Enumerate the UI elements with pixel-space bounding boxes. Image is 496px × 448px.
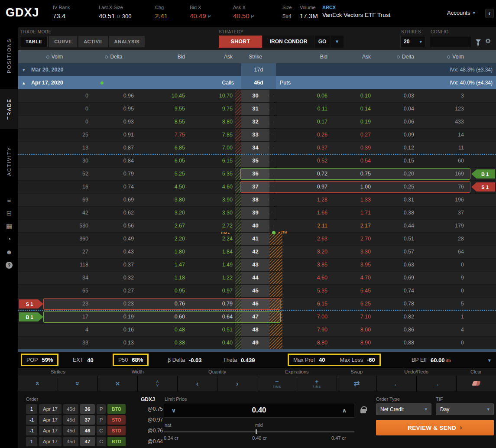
- collapse-stats-button[interactable]: ▾: [488, 352, 491, 368]
- call-bid[interactable]: 1.18: [136, 272, 188, 284]
- put-ask[interactable]: 1.00: [330, 181, 373, 193]
- strategy-select[interactable]: IRON CONDOR: [263, 36, 314, 48]
- column-header-put-delta[interactable]: Delta: [373, 50, 417, 63]
- call-ask[interactable]: 1.22: [188, 272, 235, 284]
- column-header-call-volume[interactable]: Volm: [18, 50, 91, 63]
- put-bid[interactable]: 0.37: [282, 142, 330, 154]
- put-bid[interactable]: 1.28: [282, 194, 330, 206]
- put-ask[interactable]: 0.19: [330, 116, 373, 128]
- option-chain-row[interactable]: 69 0.69 3.80 3.90 38 1.28 1.33 -0.31 196…: [18, 193, 496, 206]
- put-bid[interactable]: 0.97: [282, 181, 330, 193]
- price-increase-button[interactable]: ∧: [335, 407, 354, 414]
- put-ask[interactable]: 0.75: [330, 168, 373, 180]
- column-header-put-volume[interactable]: Volm: [417, 50, 467, 63]
- quantity-decrease-button[interactable]: ‹: [178, 376, 217, 391]
- call-bid[interactable]: 7.75: [136, 129, 188, 141]
- leg-quantity[interactable]: 1: [26, 437, 37, 446]
- strike-label[interactable]: 30: [241, 90, 269, 102]
- price-decrease-button[interactable]: ∨: [164, 407, 183, 414]
- sidebar-tab-positions[interactable]: POSITIONS: [0, 30, 18, 81]
- call-ask[interactable]: 2.72: [188, 220, 235, 232]
- call-bid[interactable]: 0.60: [136, 311, 188, 323]
- follow-traders-icon[interactable]: ☻: [5, 249, 13, 255]
- put-bid[interactable]: 3.85: [282, 259, 330, 271]
- put-bid[interactable]: 4.60: [282, 272, 330, 284]
- leg-action[interactable]: BTO: [107, 404, 126, 414]
- put-bid[interactable]: 7.00: [282, 311, 330, 323]
- put-bid[interactable]: 0.06: [282, 90, 330, 102]
- put-bid[interactable]: 2.11: [282, 220, 330, 232]
- strike-label[interactable]: 46: [241, 298, 269, 310]
- leg-expiration[interactable]: Apr 17: [39, 415, 62, 425]
- call-bid[interactable]: 1.47: [136, 259, 188, 271]
- redo-button[interactable]: →: [417, 376, 457, 391]
- put-ask[interactable]: 4.70: [330, 272, 373, 284]
- put-ask[interactable]: 8.00: [330, 324, 373, 336]
- strategy-dropdown-button[interactable]: ▾: [331, 36, 344, 48]
- option-chain-row[interactable]: 65 0.27 0.95 0.97 45 5.35 5.45 -0.74 0 I…: [18, 284, 496, 297]
- review-send-button[interactable]: REVIEW & SEND ›: [376, 420, 494, 435]
- strike-label[interactable]: 31: [241, 103, 269, 115]
- strike-label[interactable]: 34: [241, 142, 269, 154]
- call-ask[interactable]: 7.00: [188, 142, 235, 154]
- put-ask[interactable]: 0.54: [330, 155, 373, 167]
- leg-action[interactable]: STO: [107, 426, 126, 435]
- strike-label[interactable]: 43: [241, 259, 269, 271]
- leg-quantity[interactable]: 1: [26, 404, 37, 414]
- leg-quantity[interactable]: -1: [26, 426, 37, 435]
- option-chain-row[interactable]: 23 0.23 0.76 0.79 46 6.15 6.25 -0.78 5 S…: [18, 297, 496, 310]
- leg-option-type[interactable]: P: [97, 404, 106, 414]
- put-bid[interactable]: 7.90: [282, 324, 330, 336]
- config-search-input[interactable]: [430, 36, 471, 47]
- tif-select[interactable]: Day ▾: [436, 403, 494, 415]
- put-ask[interactable]: 1.71: [330, 207, 373, 219]
- put-ask[interactable]: 0.14: [330, 103, 373, 115]
- call-ask[interactable]: 1.49: [188, 259, 235, 271]
- column-header-strike[interactable]: Strike: [241, 50, 269, 63]
- strikes-count-select[interactable]: 20 ▾: [400, 36, 425, 47]
- strike-label[interactable]: 39: [241, 207, 269, 219]
- call-ask[interactable]: 9.75: [188, 103, 235, 115]
- call-bid[interactable]: 3.20: [136, 207, 188, 219]
- strike-label[interactable]: 41: [241, 233, 269, 245]
- call-ask[interactable]: 8.80: [188, 116, 235, 128]
- put-ask[interactable]: 5.45: [330, 285, 373, 297]
- lock-icon[interactable]: [360, 409, 366, 413]
- put-bid[interactable]: 6.15: [282, 298, 330, 310]
- leg-strike[interactable]: 47: [80, 437, 95, 446]
- call-bid[interactable]: 9.55: [136, 103, 188, 115]
- leg-dte[interactable]: 45d: [63, 437, 78, 446]
- option-chain-row[interactable]: 34 0.32 1.18 1.22 44 4.60 4.70 -0.69 9 I…: [18, 271, 496, 284]
- position-badge-left[interactable]: B 1: [19, 312, 43, 321]
- put-bid[interactable]: 0.52: [282, 155, 330, 167]
- strike-label[interactable]: 32: [241, 116, 269, 128]
- strike-label[interactable]: 44: [241, 272, 269, 284]
- put-ask[interactable]: 0.10: [330, 90, 373, 102]
- leg-option-type[interactable]: C: [97, 426, 106, 435]
- quantity-increase-button[interactable]: ›: [217, 376, 257, 391]
- limit-price-value[interactable]: 0.40: [183, 406, 335, 415]
- go-button[interactable]: GO: [315, 36, 330, 48]
- option-chain-row[interactable]: 0 0.95 9.55 9.75 31 0.11 0.14 -0.04 123 …: [18, 102, 496, 115]
- call-ask[interactable]: 3.30: [188, 207, 235, 219]
- call-ask[interactable]: 0.97: [188, 285, 235, 297]
- leg-option-type[interactable]: C: [97, 437, 106, 446]
- leg-dte[interactable]: 45d: [63, 426, 78, 435]
- leg-action[interactable]: BTO: [107, 437, 126, 446]
- option-chain-row[interactable]: 530 0.56 2.67 2.72 40 2.11 2.17 -0.44 17…: [18, 219, 496, 232]
- swap-button[interactable]: ⇄: [337, 376, 377, 391]
- call-bid[interactable]: 0.76: [136, 298, 188, 310]
- call-bid[interactable]: 10.45: [136, 90, 188, 102]
- put-ask[interactable]: 7.10: [330, 311, 373, 323]
- column-header-call-delta[interactable]: Delta: [91, 50, 136, 63]
- tab-analysis[interactable]: ANALYSIS: [109, 36, 145, 47]
- call-ask[interactable]: 0.79: [188, 298, 235, 310]
- strike-label[interactable]: 49: [241, 337, 269, 349]
- put-bid[interactable]: 2.63: [282, 233, 330, 245]
- option-chain-row[interactable]: 33 0.13 0.38 0.40 49 8.80 8.90 -0.88 0 I…: [18, 336, 496, 349]
- strike-label[interactable]: 35: [241, 155, 269, 167]
- settings-gear-icon[interactable]: ⚙: [485, 37, 491, 45]
- put-bid[interactable]: 0.11: [282, 103, 330, 115]
- grid-icon[interactable]: ▦: [5, 223, 13, 229]
- put-ask[interactable]: 3.95: [330, 259, 373, 271]
